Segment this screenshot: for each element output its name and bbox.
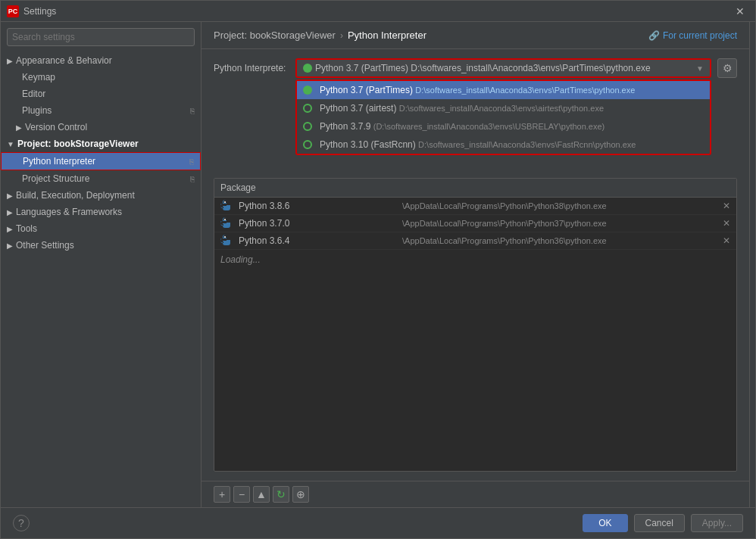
panel-header: Project: bookStorageViewer › Python Inte… — [201, 22, 749, 49]
sidebar-item-other-settings[interactable]: ▶ Other Settings — [1, 237, 201, 254]
interpreter-section: Python Interprete: Python 3.7 (PartTimes… — [214, 58, 737, 87]
python-icon-2 — [220, 217, 233, 229]
sidebar-item-appearance-behavior[interactable]: ▶ Appearance & Behavior — [1, 52, 201, 69]
remove-package-3[interactable]: ✕ — [723, 235, 730, 246]
chevron-down-icon: ▼ — [7, 140, 14, 148]
app-icon: PC — [7, 5, 19, 17]
dropdown-item-text-3: Python 3.7.9 (D:\softwares_install\Anaco… — [320, 121, 704, 132]
remove-package-button[interactable]: − — [233, 486, 250, 503]
chevron-right-icon-4: ▶ — [7, 208, 13, 217]
package-name-1: Python 3.8.6 — [239, 201, 330, 211]
reload-button[interactable]: ↻ — [273, 486, 289, 503]
interpreter-dropdown[interactable]: Python 3.7 (PartTimes) D:\softwares_inst… — [295, 58, 711, 78]
interpreter-dropdown-wrapper: Python 3.7 (PartTimes) D:\softwares_inst… — [295, 58, 711, 78]
packages-table-body: Python 3.8.6 \AppData\Local\Programs\Pyt… — [214, 198, 736, 471]
sidebar-item-keymap[interactable]: Keymap — [1, 69, 201, 86]
packages-table-header: Package — [214, 179, 736, 198]
status-dot-1 — [303, 86, 312, 95]
window-title: Settings — [23, 6, 731, 17]
panel-body: Python Interprete: Python 3.7 (PartTimes… — [201, 49, 749, 481]
cancel-button[interactable]: Cancel — [634, 514, 685, 532]
packages-table: Package Python 3.8.6 \A — [214, 178, 737, 472]
status-dot-3 — [303, 122, 312, 131]
sidebar-item-tools[interactable]: ▶ Tools — [1, 220, 201, 237]
main-content: ▶ Appearance & Behavior Keymap Editor Pl… — [1, 22, 755, 507]
svg-point-1 — [224, 219, 226, 220]
move-up-button[interactable]: ▲ — [253, 486, 270, 503]
interpreter-settings-gear[interactable]: ⚙ — [717, 58, 737, 78]
package-latest-2: \AppData\Local\Programs\Python\Python37\… — [402, 219, 607, 228]
package-row-2: Python 3.7.0 \AppData\Local\Programs\Pyt… — [214, 215, 736, 232]
sidebar-item-languages-frameworks[interactable]: ▶ Languages & Frameworks — [1, 204, 201, 220]
sidebar-item-project-structure[interactable]: Project Structure ⎘ — [1, 170, 201, 187]
sidebar-item-plugins[interactable]: Plugins ⎘ — [1, 102, 201, 119]
python-icon-3 — [220, 235, 233, 247]
sidebar: ▶ Appearance & Behavior Keymap Editor Pl… — [1, 22, 201, 507]
breadcrumb-page: Python Interpreter — [348, 30, 426, 41]
chevron-right-icon: ▶ — [7, 57, 13, 65]
sidebar-item-build-execution[interactable]: ▶ Build, Execution, Deployment — [1, 187, 201, 204]
dropdown-item-fastrcnn[interactable]: Python 3.10 (FastRcnn) D:\softwares_inst… — [297, 136, 710, 154]
dropdown-item-text-2: Python 3.7 (airtest) D:\softwares_instal… — [320, 103, 704, 114]
svg-point-2 — [224, 236, 226, 238]
dropdown-item-text-1: Python 3.7 (PartTimes) D:\softwares_inst… — [320, 85, 704, 95]
apply-button[interactable]: Apply... — [691, 514, 743, 532]
interpreter-selected-text: Python 3.7 (PartTimes) D:\softwares_inst… — [315, 63, 693, 73]
close-button[interactable]: ✕ — [731, 4, 749, 19]
chevron-right-icon-3: ▶ — [7, 192, 13, 200]
package-latest-1: \AppData\Local\Programs\Python\Python38\… — [402, 201, 607, 210]
remove-package-1[interactable]: ✕ — [723, 201, 730, 211]
col-package: Package — [220, 182, 256, 193]
status-dot — [303, 64, 312, 73]
sidebar-item-editor[interactable]: Editor — [1, 86, 201, 102]
dropdown-item-airtest[interactable]: Python 3.7 (airtest) D:\softwares_instal… — [297, 99, 710, 117]
status-dot-2 — [303, 104, 312, 113]
sidebar-item-version-control[interactable]: ▶ Version Control — [1, 119, 201, 136]
loading-indicator: Loading... — [214, 250, 736, 270]
interpreter-dropdown-popup: Python 3.7 (PartTimes) D:\softwares_inst… — [295, 79, 711, 155]
dropdown-item-usbrelay[interactable]: Python 3.7.9 (D:\softwares_install\Anaco… — [297, 117, 710, 136]
breadcrumb-project: Project: bookStorageViewer — [214, 30, 336, 41]
packages-toolbar: + − ▲ ↻ ⊕ — [201, 481, 749, 507]
package-row-1: Python 3.8.6 \AppData\Local\Programs\Pyt… — [214, 198, 736, 215]
dropdown-item-parttimes[interactable]: Python 3.7 (PartTimes) D:\softwares_inst… — [297, 81, 710, 99]
package-latest-3: \AppData\Local\Programs\Python\Python36\… — [402, 236, 607, 245]
search-box — [7, 28, 195, 46]
copy-icon: ⎘ — [190, 107, 195, 115]
panel-content-area: Python Interprete: Python 3.7 (PartTimes… — [214, 58, 737, 472]
dropdown-arrow-icon: ▼ — [696, 64, 704, 73]
package-row-3: Python 3.6.4 \AppData\Local\Programs\Pyt… — [214, 232, 736, 250]
chevron-right-icon-5: ▶ — [7, 225, 13, 233]
remove-package-2[interactable]: ✕ — [723, 218, 730, 229]
title-bar: PC Settings ✕ — [1, 1, 755, 22]
settings-dialog: PC Settings ✕ ▶ Appearance & Behavior Ke… — [0, 0, 756, 539]
svg-point-0 — [224, 201, 226, 203]
sidebar-item-python-interpreter[interactable]: Python Interpreter ⎘ — [1, 152, 201, 170]
footer-buttons: OK Cancel Apply... — [583, 514, 743, 532]
status-dot-4 — [303, 140, 312, 149]
breadcrumb-arrow: › — [340, 30, 343, 41]
dialog-footer: ? OK Cancel Apply... — [1, 507, 755, 538]
sidebar-item-project-header[interactable]: ▼ Project: bookStorageViewer — [1, 136, 201, 152]
right-edge-bar — [749, 22, 755, 507]
interpreter-row: Python Interprete: Python 3.7 (PartTimes… — [214, 58, 737, 78]
interpreter-label: Python Interprete: — [214, 63, 289, 73]
ok-button[interactable]: OK — [583, 514, 627, 532]
add-package-button[interactable]: + — [214, 486, 230, 503]
python-icon-1 — [220, 200, 233, 212]
right-panel: Project: bookStorageViewer › Python Inte… — [201, 22, 749, 507]
show-paths-button[interactable]: ⊕ — [292, 486, 309, 503]
copy-icon-2: ⎘ — [189, 157, 194, 166]
help-button[interactable]: ? — [13, 515, 30, 531]
search-input[interactable] — [12, 32, 189, 42]
dropdown-item-text-4: Python 3.10 (FastRcnn) D:\softwares_inst… — [320, 139, 704, 150]
chevron-right-icon-2: ▶ — [16, 123, 22, 132]
copy-icon-3: ⎘ — [190, 175, 195, 183]
package-name-3: Python 3.6.4 — [239, 235, 330, 246]
for-current-project-link[interactable]: 🔗 For current project — [648, 30, 737, 41]
package-name-2: Python 3.7.0 — [239, 218, 330, 229]
link-icon: 🔗 — [648, 30, 660, 41]
chevron-right-icon-6: ▶ — [7, 241, 13, 250]
